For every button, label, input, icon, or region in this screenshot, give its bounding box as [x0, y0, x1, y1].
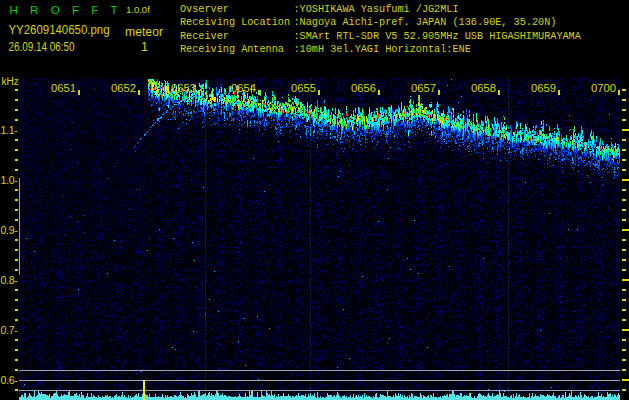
svg-text:Receiver: Receiver [180, 31, 229, 42]
svg-text::SMArt RTL-SDR V5 52.905MHz US: :SMArt RTL-SDR V5 52.905MHz USB HIGASHIM… [294, 31, 582, 42]
svg-text:0652: 0652 [111, 82, 136, 94]
svg-text:Ovserver: Ovserver [180, 4, 229, 15]
svg-text:26.09.14 06:50: 26.09.14 06:50 [9, 40, 75, 54]
svg-text:0654: 0654 [231, 82, 256, 94]
svg-text:0655: 0655 [291, 82, 316, 94]
svg-text:0657: 0657 [411, 82, 436, 94]
svg-text:0658: 0658 [471, 82, 496, 94]
svg-text:1: 1 [141, 40, 148, 54]
svg-text:0.9-: 0.9- [1, 224, 19, 236]
svg-text:kHz: kHz [2, 76, 19, 87]
svg-text:0700: 0700 [591, 82, 616, 94]
svg-text:0.7-: 0.7- [1, 324, 19, 336]
svg-text:Receiving Location: Receiving Location [180, 17, 290, 28]
svg-text:1.0-: 1.0- [1, 174, 19, 186]
svg-text:1.1-: 1.1- [1, 124, 19, 136]
svg-text:1.0.0f: 1.0.0f [126, 4, 150, 15]
svg-text:0656: 0656 [351, 82, 376, 94]
svg-text::YOSHIKAWA Yasufumi /JG2MLI: :YOSHIKAWA Yasufumi /JG2MLI [294, 4, 459, 15]
svg-text:Receiving Antenna: Receiving Antenna [180, 44, 284, 55]
svg-text:0653: 0653 [171, 82, 196, 94]
svg-text::Nagoya Aichi-pref. JAPAN (136: :Nagoya Aichi-pref. JAPAN (136.90E, 35.2… [294, 17, 557, 28]
svg-text:HROFFT: HROFFT [10, 4, 130, 16]
svg-text:0.8-: 0.8- [1, 274, 19, 286]
svg-text:meteor: meteor [125, 25, 163, 39]
svg-text:0651: 0651 [51, 82, 76, 94]
svg-text:YY2609140650.png: YY2609140650.png [9, 22, 110, 37]
svg-text:0659: 0659 [531, 82, 556, 94]
svg-text:0.6-: 0.6- [1, 374, 19, 386]
svg-text::10mH 3el.YAGI Horizontal:ENE: :10mH 3el.YAGI Horizontal:ENE [294, 44, 471, 55]
